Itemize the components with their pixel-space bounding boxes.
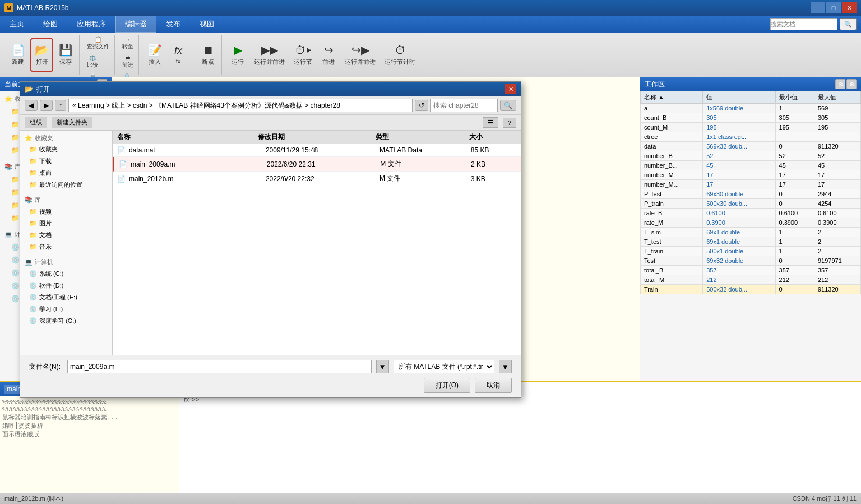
dialog-refresh-button[interactable]: ↺ [415,100,428,111]
file-row-main-2009a[interactable]: 📄 main_2009a.m 2022/6/20 22:31 M 文件 2 KB [113,157,521,172]
var-min: 0 [775,285,814,294]
breakpoint-button[interactable]: ⏹ 断点 [197,38,219,72]
workspace-row[interactable]: a 1x569 double 1 569 [641,104,861,113]
dlg-nav-f[interactable]: 💿学习 (F:) [22,303,110,315]
fx-button[interactable]: fx fx [167,38,189,72]
workspace-row[interactable]: T_train 500x1 double 1 2 [641,247,861,256]
workspace-row[interactable]: number_B... 45 45 45 [641,161,861,170]
doc-search-button[interactable]: 🔍 [840,18,857,30]
file-row-data-mat[interactable]: 📄 data.mat 2009/11/29 15:48 MATLAB Data … [113,144,521,157]
var-max: 569 [814,104,860,113]
dlg-nav-g[interactable]: 💿深度学习 (G:) [22,315,110,327]
var-value: 0.6100 [703,209,775,218]
dlg-nav-c[interactable]: 💿系统 (C:) [22,268,110,280]
workspace-row[interactable]: Train 500x32 doub... 0 911320 [641,285,861,294]
dlg-nav-e[interactable]: 💿文档/工程 (E:) [22,292,110,303]
dialog-forward-button[interactable]: ▶ [40,100,53,111]
step-timed-button[interactable]: ⏱ 运行节计时 [381,38,419,72]
workspace-row[interactable]: total_B 357 357 357 [641,266,861,275]
workspace-row[interactable]: P_test 69x30 double 0 2944 [641,189,861,199]
workspace-row[interactable]: number_M 17 17 17 [641,170,861,180]
col-type-header[interactable]: 类型 [376,132,470,142]
workspace-panel-expand[interactable]: ⊕ [846,79,857,89]
dlg-nav-documents[interactable]: 📁文档 [22,229,110,241]
save-button[interactable]: 💾 保存 [54,38,77,72]
open-file-button[interactable]: 打开(O) [424,378,470,393]
cancel-button[interactable]: 取消 [475,378,512,393]
col-date-header[interactable]: 修改日期 [258,132,375,142]
dialog-up-button[interactable]: ↑ [55,100,66,111]
col-name-header[interactable]: 名称 [117,132,258,142]
dlg-nav-favorites[interactable]: 📁收藏夹 [22,144,110,155]
workspace-panel-close[interactable]: ⊗ [835,79,845,89]
workspace-row[interactable]: T_test 69x1 double 1 2 [641,237,861,247]
dlg-nav-desktop[interactable]: 📁桌面 [22,167,110,179]
workspace-row[interactable]: count_B 305 305 305 [641,113,861,123]
run-timed-button[interactable]: ⏱▶ 运行节 [290,38,316,72]
compare-button[interactable]: ⚖️ 比较 [84,53,101,71]
close-button[interactable]: ✕ [842,2,857,13]
dlg-nav-recent[interactable]: 📁最近访问的位置 [22,179,110,191]
col-name-header[interactable]: 名称 ▲ [641,91,703,104]
workspace-row[interactable]: data 569x32 doub... 0 911320 [641,142,861,151]
var-max: 0.3900 [814,218,860,228]
find-file-button[interactable]: 📋 查找文件 [84,35,112,52]
col-size-header[interactable]: 大小 [469,132,516,142]
filetype-select[interactable]: 所有 MATLAB 文件 (*.rpt;*.tm [394,360,494,373]
help-button[interactable]: ? [503,118,516,128]
dialog-back-button[interactable]: ◀ [25,100,38,111]
new-folder-button[interactable]: 新建文件夹 [52,117,92,128]
workspace-row[interactable]: number_M... 17 17 17 [641,180,861,189]
step-fwd-button[interactable]: ↪▶ 运行并前进 [341,38,379,72]
workspace-row[interactable]: ctree 1x1 classregt... [641,132,861,142]
file-row-main-2012b[interactable]: 📄 main_2012b.m 2022/6/20 22:32 M 文件 3 KB [113,172,521,186]
col-min-header[interactable]: 最小值 [775,91,814,104]
minimize-button[interactable]: ─ [811,2,825,13]
dialog-address-input[interactable] [68,99,413,112]
filename-dropdown[interactable]: ▼ [376,360,389,373]
var-name: number_M... [641,180,703,189]
workspace-row[interactable]: count_M 195 195 195 [641,123,861,132]
forward-button[interactable]: ⇄ 前进 [119,53,136,71]
workspace-row[interactable]: rate_M 0.3900 0.3900 0.3900 [641,218,861,228]
dialog-search-exec-button[interactable]: 🔍 [500,100,516,111]
col-max-header[interactable]: 最大值 [814,91,860,104]
run-advance-button[interactable]: ▶▶ 运行并前进 [250,38,289,72]
workspace-row[interactable]: rate_B 0.6100 0.6100 0.6100 [641,209,861,218]
menu-item-view[interactable]: 视图 [190,16,224,33]
view-mode-button[interactable]: ☰ [483,117,498,128]
workspace-row[interactable]: number_B 52 52 52 [641,151,861,161]
new-button[interactable]: 📄 新建 [7,38,29,72]
workspace-row[interactable]: Test 69x32 double 0 9197971 [641,256,861,266]
menu-item-apps[interactable]: 应用程序 [67,16,115,33]
dlg-nav-music[interactable]: 📁音乐 [22,241,110,253]
menu-item-home[interactable]: 主页 [0,16,34,33]
maximize-button[interactable]: □ [826,2,841,13]
file-name-2009a: main_2009a.m [131,160,267,168]
run-button[interactable]: ▶ 运行 [226,38,249,72]
col-value-header[interactable]: 值 [703,91,775,104]
menu-item-editor[interactable]: 编辑器 [115,16,156,33]
dlg-nav-downloads[interactable]: 📁下载 [22,155,110,167]
workspace-row[interactable]: total_M 212 212 212 [641,275,861,285]
step-button[interactable]: ↪ 前进 [317,38,340,72]
dlg-nav-pictures[interactable]: 📁图片 [22,218,110,229]
open-button[interactable]: 📂 打开 [30,38,53,72]
filetype-dropdown[interactable]: ▼ [499,360,512,373]
file-date-2012b: 2022/6/20 22:32 [266,175,379,183]
organize-button[interactable]: 组织 [25,117,47,128]
workspace-row[interactable]: T_sim 69x1 double 1 2 [641,228,861,237]
doc-search-input[interactable] [770,18,837,30]
file-date-data-mat: 2009/11/29 15:48 [266,146,379,154]
menu-item-plot[interactable]: 绘图 [34,16,67,33]
menu-item-publish[interactable]: 发布 [156,16,190,33]
var-value: 212 [703,275,775,285]
dialog-close-button[interactable]: ✕ [505,84,516,94]
dlg-nav-d[interactable]: 💿软件 (D:) [22,280,110,292]
dlg-nav-video[interactable]: 📁视频 [22,206,110,218]
dialog-search-input[interactable] [430,99,498,112]
insert-button[interactable]: 📝 插入 [144,38,166,72]
workspace-row[interactable]: P_train 500x30 doub... 0 4254 [641,199,861,209]
goto-button[interactable]: → 转至 [119,35,136,52]
filename-input[interactable] [67,360,372,373]
